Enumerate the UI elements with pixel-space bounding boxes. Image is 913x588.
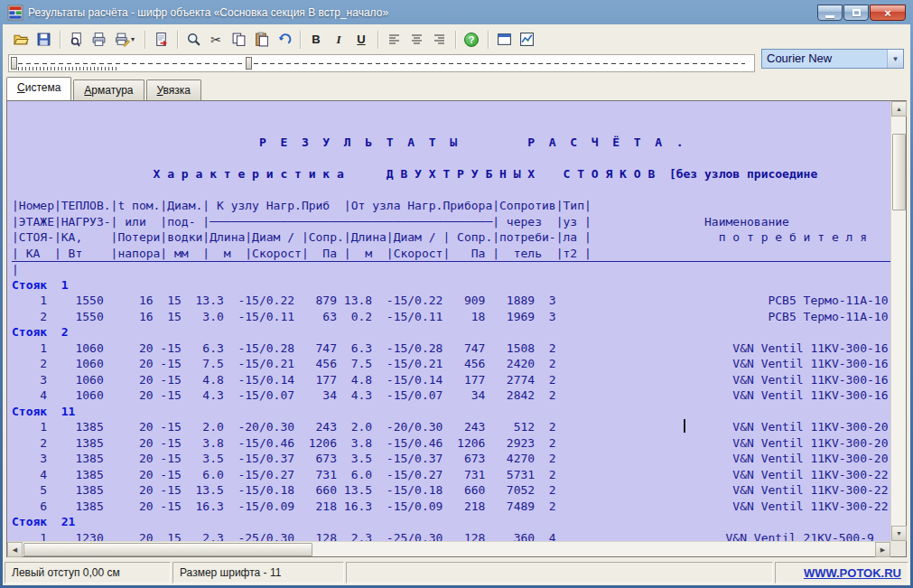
doc-line: 1 1385 20 -15 2.0 -20/0.30 243 2.0 -20/0… <box>12 419 890 435</box>
doc-line: 1 1060 20 -15 6.3 -15/0.28 747 6.3 -15/0… <box>12 341 890 357</box>
window-controls: × <box>817 4 906 21</box>
document-text[interactable]: Р Е З У Л Ь Т А Т Ы Р А С Ч Ё Т А . Х а … <box>7 101 890 541</box>
doc-line: 2 1550 16 15 3.0 -15/0.11 63 0.2 -15/0.1… <box>12 309 890 325</box>
scroll-left-button[interactable]: ◀ <box>7 542 23 557</box>
horizontal-scroll-thumb[interactable] <box>23 543 312 556</box>
doc-line <box>12 103 890 119</box>
close-button[interactable]: × <box>870 5 906 21</box>
status-bar: Левый отступ 0,00 см Размер шрифта - 11 … <box>5 562 908 583</box>
tab-strip: Система Арматура Увязка <box>3 76 910 100</box>
tab-armatura[interactable]: Арматура <box>73 79 144 100</box>
ruler-fine-ticks <box>18 67 117 70</box>
align-left-icon <box>387 33 401 46</box>
print-setup-button[interactable]: ▾ <box>110 29 139 50</box>
ruler-ticks <box>18 63 745 64</box>
save-icon <box>36 32 51 47</box>
save-button[interactable] <box>33 29 54 50</box>
results-pane: Р Е З У Л Ь Т А Т Ы Р А С Ч Ё Т А . Х а … <box>6 100 907 557</box>
arrow-left-icon: ◀ <box>13 546 17 554</box>
scheme-view-button[interactable] <box>516 29 537 50</box>
horizontal-scrollbar[interactable]: ◀ ▶ <box>7 541 890 556</box>
status-left-indent: Левый отступ 0,00 см <box>5 562 171 583</box>
doc-line: Стояк 2 <box>12 324 890 341</box>
app-window: Результаты расчёта - шифр объекта «Сосно… <box>0 0 913 588</box>
toolbar-separator <box>60 31 61 49</box>
print-setup-dropdown-icon: ▾ <box>131 35 135 43</box>
status-site-panel: WWW.POTOK.RU <box>775 562 908 583</box>
maximize-icon <box>852 9 861 16</box>
status-spacer <box>346 562 773 583</box>
italic-icon: I <box>336 33 340 47</box>
open-folder-icon <box>14 32 29 47</box>
arrow-up-icon: ▲ <box>896 106 902 112</box>
undo-button[interactable] <box>273 29 294 50</box>
export-report-icon <box>154 32 169 47</box>
toolbar-separator <box>455 31 456 49</box>
doc-line: Стояк 11 <box>12 404 890 420</box>
print-button[interactable] <box>88 29 109 50</box>
left-indent-marker[interactable] <box>11 57 17 70</box>
doc-line: |СТОЯ-|КА, |Потери|водки|Длина|Диам / |С… <box>12 229 890 246</box>
diagram-icon <box>519 32 535 47</box>
undo-arrow-icon <box>276 32 292 47</box>
underline-button[interactable]: U <box>350 29 372 50</box>
window-view-button[interactable] <box>493 29 515 50</box>
toolbar-separator <box>300 31 301 49</box>
align-right-icon <box>433 33 446 46</box>
chevron-down-icon: ▼ <box>892 55 899 63</box>
align-center-button[interactable] <box>405 29 427 50</box>
doc-line: 4 1385 20 -15 6.0 -15/0.27 731 6.0 -15/0… <box>12 467 890 483</box>
copy-button[interactable] <box>228 29 249 50</box>
open-button[interactable] <box>10 29 32 50</box>
print-setup-icon <box>115 32 130 47</box>
align-left-button[interactable] <box>383 29 405 50</box>
tab-uvyazka[interactable]: Увязка <box>146 79 201 100</box>
doc-line: |ЭТАЖЕ|НАГРУЗ-| или |под- |─────────────… <box>12 214 890 230</box>
indent-marker[interactable] <box>246 57 252 70</box>
toolbar-separator <box>377 31 378 49</box>
print-preview-button[interactable] <box>65 29 87 50</box>
bold-button[interactable]: B <box>305 29 327 50</box>
find-button[interactable] <box>182 29 204 50</box>
ruler-strip <box>8 54 755 72</box>
toolbar-separator <box>488 31 489 49</box>
paste-icon <box>254 32 269 47</box>
bold-icon: B <box>312 33 320 46</box>
tab-sistema[interactable]: Система <box>6 77 71 100</box>
scroll-down-button[interactable]: ▼ <box>891 526 907 541</box>
vertical-scroll-thumb[interactable] <box>892 134 906 210</box>
paste-button[interactable] <box>250 29 272 50</box>
doc-line <box>12 119 890 135</box>
doc-line <box>12 151 890 167</box>
doc-line: Стояк 1 <box>12 277 890 294</box>
site-link[interactable]: WWW.POTOK.RU <box>804 566 901 580</box>
maximize-button[interactable] <box>843 5 869 21</box>
font-selector-value[interactable]: Courier New <box>762 50 887 68</box>
doc-line: 2 1060 20 -15 7.5 -15/0.21 456 7.5 -15/0… <box>12 356 890 372</box>
export-report-button[interactable] <box>150 29 172 50</box>
font-selector[interactable]: Courier New ▼ <box>761 49 904 69</box>
scroll-up-button[interactable]: ▲ <box>891 101 907 117</box>
text-caret <box>684 419 685 433</box>
vertical-scrollbar[interactable]: ▲ ▼ <box>890 101 906 541</box>
help-icon: ? <box>464 33 479 47</box>
align-center-icon <box>410 33 424 46</box>
toolbar-separator <box>144 31 145 49</box>
close-icon: × <box>884 7 891 19</box>
status-font-size: Размер шрифта - 11 <box>172 562 344 583</box>
font-selector-dropdown-button[interactable]: ▼ <box>887 50 903 68</box>
italic-button[interactable]: I <box>328 29 349 50</box>
doc-line: 2 1385 20 -15 3.8 -15/0.46 1206 3.8 -15/… <box>12 435 890 452</box>
help-button[interactable]: ? <box>461 29 482 50</box>
window-title: Результаты расчёта - шифр объекта «Сосно… <box>28 6 388 19</box>
minimize-button[interactable] <box>817 5 843 21</box>
print-icon <box>91 32 107 47</box>
scissors-icon: ✂ <box>210 33 221 47</box>
toolbar: ▾ ✂ <box>3 24 910 51</box>
scroll-right-button[interactable]: ▶ <box>875 542 890 557</box>
cut-button[interactable]: ✂ <box>205 29 227 50</box>
align-right-button[interactable] <box>428 29 450 50</box>
doc-line: Стояк 21 <box>12 514 890 530</box>
toolbar-separator <box>177 31 178 49</box>
title-bar: Результаты расчёта - шифр объекта «Сосно… <box>3 0 910 24</box>
